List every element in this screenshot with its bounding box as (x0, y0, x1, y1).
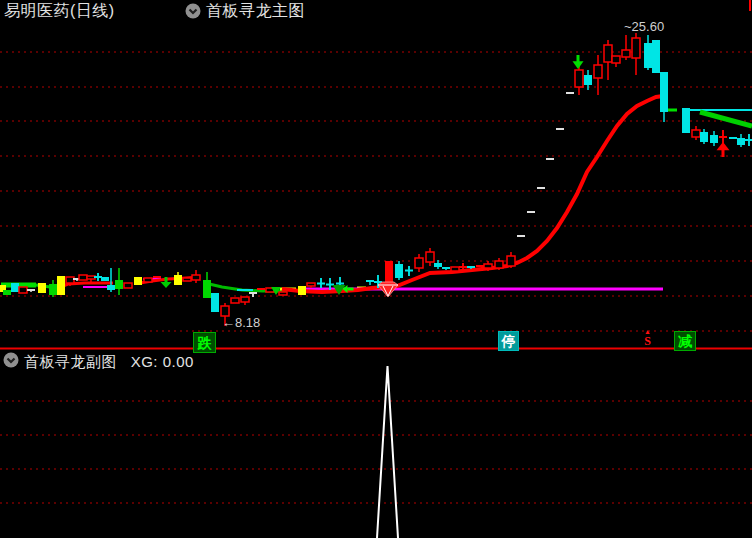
sell-letter: S (644, 335, 651, 347)
subpanel-title: 首板寻龙副图 (24, 353, 117, 370)
main-indicator-title: 首板寻龙主图 (206, 2, 305, 20)
price-high-label: ~25.60 (624, 20, 664, 34)
subpanel-value: XG: 0.00 (131, 353, 194, 370)
sell-signal-marker: ▲ S (644, 329, 651, 347)
chevron-down-icon[interactable] (185, 3, 201, 19)
badge-halt: 停 (498, 331, 519, 351)
price-low-label: ←8.18 (222, 316, 260, 330)
chart-canvas[interactable] (0, 0, 752, 538)
chevron-down-icon[interactable] (3, 352, 19, 368)
app-window: 易明医药(日线) 首板寻龙主图 ←8.18 ~25.60 跌 停 减 ▲ S 首… (0, 0, 752, 538)
subpanel-header: 首板寻龙副图 XG: 0.00 (24, 353, 194, 370)
stock-title: 易明医药(日线) (4, 2, 115, 20)
badge-reduce: 减 (674, 331, 696, 351)
badge-limit-down: 跌 (193, 332, 216, 353)
